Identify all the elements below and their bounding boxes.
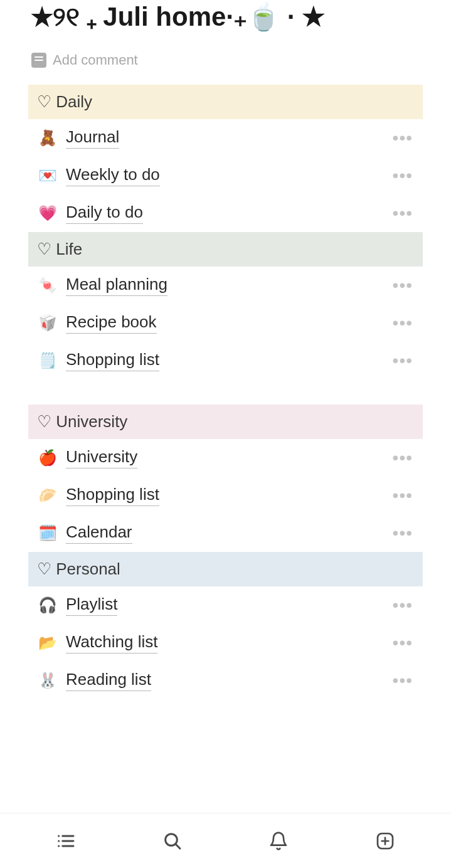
page-item[interactable]: 🍬Meal planning•••	[28, 267, 423, 304]
item-label: Shopping list	[66, 485, 159, 506]
page-item[interactable]: 🍎University•••	[28, 439, 423, 477]
section-header-personal[interactable]: ♡ Personal	[28, 552, 423, 586]
page-title: ★୨୧ ₊ Juli home·₊🍵 · ★	[0, 0, 451, 40]
add-comment-label: Add comment	[53, 52, 138, 68]
bell-icon	[268, 831, 289, 851]
item-label: Daily to do	[66, 203, 143, 224]
more-options-icon[interactable]: •••	[393, 128, 418, 148]
plus-icon	[375, 831, 395, 851]
more-options-icon[interactable]: •••	[393, 595, 418, 615]
more-options-icon[interactable]: •••	[393, 351, 418, 371]
search-icon	[162, 831, 183, 851]
more-options-icon[interactable]: •••	[393, 485, 418, 505]
svg-point-0	[58, 835, 60, 837]
section-header-university[interactable]: ♡ University	[28, 405, 423, 439]
item-label: Shopping list	[66, 350, 159, 371]
nav-list-button[interactable]	[52, 827, 80, 855]
item-label: Watching list	[66, 632, 157, 654]
item-emoji-icon: 🎧	[38, 596, 56, 614]
item-emoji-icon: 💌	[38, 167, 56, 184]
page-item[interactable]: 📂Watching list•••	[28, 624, 423, 662]
nav-notifications-button[interactable]	[265, 827, 292, 855]
item-emoji-icon: 🥟	[38, 487, 56, 504]
page-item[interactable]: 🗒️Shopping list•••	[28, 342, 423, 379]
page-item[interactable]: 🎧Playlist•••	[28, 586, 423, 624]
add-comment-button[interactable]: Add comment	[0, 40, 451, 85]
more-options-icon[interactable]: •••	[393, 670, 418, 691]
more-options-icon[interactable]: •••	[393, 313, 418, 333]
item-label: Reading list	[66, 670, 151, 691]
page-item[interactable]: 🥟Shopping list•••	[28, 477, 423, 514]
item-label: Recipe book	[66, 312, 157, 334]
more-options-icon[interactable]: •••	[393, 203, 418, 223]
item-emoji-icon: 🥡	[38, 314, 56, 332]
item-label: University	[66, 447, 137, 468]
item-label: Weekly to do	[66, 165, 160, 186]
page-item[interactable]: 🥡Recipe book•••	[28, 304, 423, 342]
item-emoji-icon: 🗒️	[38, 352, 56, 369]
item-label: Meal planning	[66, 275, 167, 296]
item-label: Playlist	[66, 595, 117, 616]
more-options-icon[interactable]: •••	[393, 523, 418, 543]
bottom-navigation	[0, 813, 451, 868]
page-item[interactable]: 💗Daily to do•••	[28, 194, 423, 232]
item-emoji-icon: 🧸	[38, 129, 56, 147]
item-emoji-icon: 📂	[38, 634, 56, 652]
item-emoji-icon: 🐰	[38, 672, 56, 689]
nav-search-button[interactable]	[159, 827, 186, 855]
page-item[interactable]: 🐰Reading list•••	[28, 662, 423, 699]
page-item[interactable]: 🗓️Calendar•••	[28, 514, 423, 552]
item-label: Journal	[66, 127, 119, 149]
item-label: Calendar	[66, 522, 132, 544]
svg-line-7	[176, 844, 180, 849]
section-header-daily[interactable]: ♡ Daily	[28, 85, 423, 119]
svg-point-2	[58, 845, 60, 847]
item-emoji-icon: 🍬	[38, 277, 56, 294]
page-item[interactable]: 🧸Journal•••	[28, 119, 423, 157]
more-options-icon[interactable]: •••	[393, 275, 418, 295]
nav-add-button[interactable]	[371, 827, 399, 855]
more-options-icon[interactable]: •••	[393, 448, 418, 468]
item-emoji-icon: 💗	[38, 204, 56, 222]
comment-icon	[31, 53, 46, 68]
svg-point-1	[58, 840, 60, 842]
list-icon	[56, 831, 76, 851]
item-emoji-icon: 🗓️	[38, 524, 56, 542]
more-options-icon[interactable]: •••	[393, 633, 418, 653]
page-item[interactable]: 💌Weekly to do•••	[28, 157, 423, 194]
section-header-life[interactable]: ♡ Life	[28, 232, 423, 267]
item-emoji-icon: 🍎	[38, 449, 56, 467]
more-options-icon[interactable]: •••	[393, 166, 418, 186]
